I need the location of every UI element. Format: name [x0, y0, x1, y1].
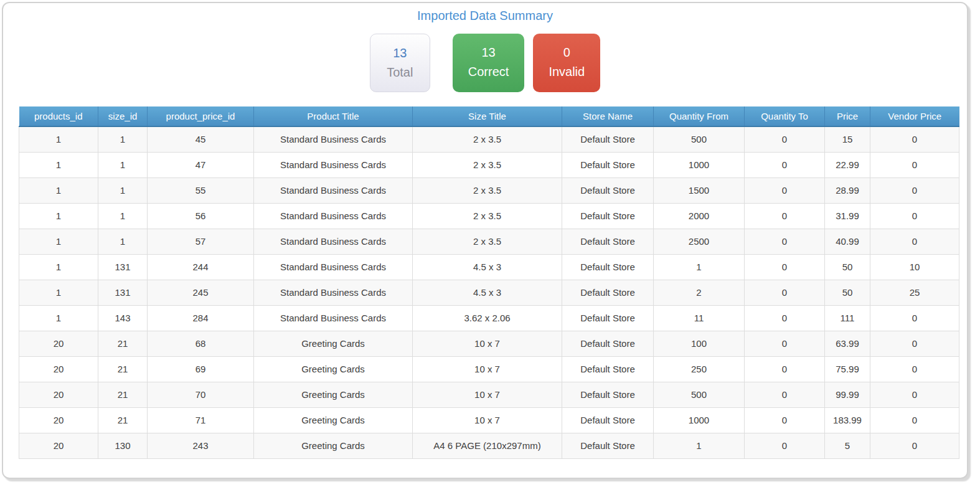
table-cell: Standard Business Cards — [254, 153, 413, 178]
column-header: Size Title — [413, 106, 562, 126]
column-header: Vendor Price — [870, 106, 959, 126]
table-cell: Greeting Cards — [254, 382, 413, 408]
table-cell: 1 — [654, 433, 745, 459]
table-cell: 1 — [98, 178, 148, 204]
column-header: size_id — [98, 106, 148, 126]
table-cell: 0 — [870, 178, 959, 204]
table-cell: 1500 — [654, 178, 745, 204]
table-cell: 0 — [745, 126, 825, 153]
table-cell: 69 — [148, 357, 254, 382]
table-cell: 0 — [745, 357, 825, 382]
table-row: 1131245Standard Business Cards4.5 x 3Def… — [19, 280, 959, 306]
table-cell: Default Store — [562, 408, 654, 433]
table-cell: 68 — [148, 331, 254, 357]
table-cell: 28.99 — [825, 178, 870, 204]
table-cell: Standard Business Cards — [254, 255, 413, 280]
table-cell: 1 — [19, 255, 98, 280]
table-cell: 0 — [870, 408, 959, 433]
table-cell: Standard Business Cards — [254, 280, 413, 306]
table-cell: Standard Business Cards — [254, 306, 413, 331]
table-cell: 75.99 — [825, 357, 870, 382]
table-cell: 245 — [148, 280, 254, 306]
table-cell: 20 — [19, 382, 98, 408]
table-cell: 1 — [19, 280, 98, 306]
table-row: 202171Greeting Cards10 x 7Default Store1… — [19, 408, 959, 433]
invalid-count: 0 — [549, 43, 585, 62]
table-cell: 500 — [654, 126, 745, 153]
table-cell: 1000 — [654, 153, 745, 178]
column-header: Store Name — [562, 106, 654, 126]
table-cell: 0 — [870, 357, 959, 382]
table-row: 1157Standard Business Cards2 x 3.5Defaul… — [19, 229, 959, 255]
table-cell: 21 — [98, 382, 148, 408]
table-cell: 243 — [148, 433, 254, 459]
table-cell: Greeting Cards — [254, 433, 413, 459]
table-cell: 131 — [98, 255, 148, 280]
total-badge: 13 Total — [370, 34, 430, 92]
table-cell: 20 — [19, 357, 98, 382]
table-cell: 1 — [98, 204, 148, 229]
table-cell: 2 x 3.5 — [413, 204, 562, 229]
table-row: 1131244Standard Business Cards4.5 x 3Def… — [19, 255, 959, 280]
table-cell: Default Store — [562, 178, 654, 204]
table-cell: 10 — [870, 255, 959, 280]
table-cell: 22.99 — [825, 153, 870, 178]
summary-card: Imported Data Summary 13 Total 13 Correc… — [2, 2, 968, 479]
table-cell: 50 — [825, 280, 870, 306]
table-cell: 1 — [19, 178, 98, 204]
table-row: 1143284Standard Business Cards3.62 x 2.0… — [19, 306, 959, 331]
table-cell: 57 — [148, 229, 254, 255]
table-cell: 2 x 3.5 — [413, 153, 562, 178]
table-cell: Default Store — [562, 306, 654, 331]
table-cell: 0 — [745, 408, 825, 433]
table-cell: Standard Business Cards — [254, 229, 413, 255]
table-cell: 0 — [870, 331, 959, 357]
table-cell: Standard Business Cards — [254, 126, 413, 153]
table-cell: 284 — [148, 306, 254, 331]
table-cell: 20 — [19, 331, 98, 357]
table-cell: 143 — [98, 306, 148, 331]
table-cell: 500 — [654, 382, 745, 408]
table-cell: 0 — [745, 280, 825, 306]
summary-badges: 13 Total 13 Correct 0 Invalid — [3, 34, 967, 92]
column-header: Quantity From — [654, 106, 745, 126]
table-cell: 5 — [825, 433, 870, 459]
table-cell: 2 — [654, 280, 745, 306]
table-cell: 21 — [98, 331, 148, 357]
table-cell: 111 — [825, 306, 870, 331]
table-cell: 50 — [825, 255, 870, 280]
table-cell: 3.62 x 2.06 — [413, 306, 562, 331]
table-cell: 0 — [745, 331, 825, 357]
table-cell: 71 — [148, 408, 254, 433]
table-cell: 0 — [870, 433, 959, 459]
table-cell: A4 6 PAGE (210x297mm) — [413, 433, 562, 459]
table-row: 202168Greeting Cards10 x 7Default Store1… — [19, 331, 959, 357]
table-cell: 1 — [98, 126, 148, 153]
column-header: product_price_id — [148, 106, 254, 126]
table-cell: 4.5 x 3 — [413, 255, 562, 280]
table-cell: 2000 — [654, 204, 745, 229]
table-cell: 15 — [825, 126, 870, 153]
table-cell: 0 — [870, 382, 959, 408]
table-cell: 55 — [148, 178, 254, 204]
table-cell: 0 — [745, 306, 825, 331]
column-header: Quantity To — [745, 106, 825, 126]
table-cell: Default Store — [562, 433, 654, 459]
table-cell: Default Store — [562, 229, 654, 255]
table-cell: 2 x 3.5 — [413, 126, 562, 153]
table-cell: Default Store — [562, 126, 654, 153]
table-cell: 0 — [745, 382, 825, 408]
table-cell: 0 — [870, 153, 959, 178]
table-cell: Default Store — [562, 255, 654, 280]
table-cell: 1 — [654, 255, 745, 280]
table-cell: 0 — [870, 204, 959, 229]
table-cell: Standard Business Cards — [254, 178, 413, 204]
table-cell: Default Store — [562, 357, 654, 382]
page-title: Imported Data Summary — [3, 9, 967, 23]
table-cell: 100 — [654, 331, 745, 357]
table-cell: 1 — [19, 204, 98, 229]
table-cell: Greeting Cards — [254, 408, 413, 433]
table-cell: Default Store — [562, 331, 654, 357]
table-cell: 10 x 7 — [413, 331, 562, 357]
table-cell: Greeting Cards — [254, 331, 413, 357]
